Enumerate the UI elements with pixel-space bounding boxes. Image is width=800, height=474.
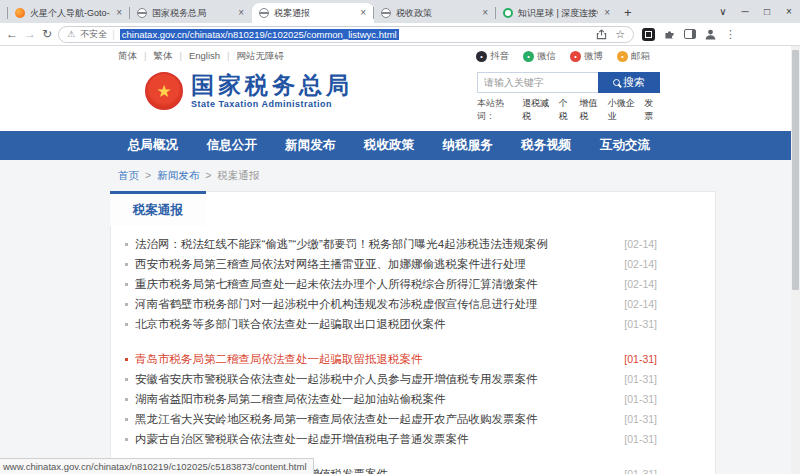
news-list-item[interactable]: 安徽省安庆市警税联合依法查处一起涉税中介人员参与虚开增值税专用发票案件 [01-… (125, 369, 657, 389)
browser-menu-icon[interactable]: ⋮ (725, 28, 736, 41)
tab-search-chevron-icon[interactable]: ∨ (712, 0, 734, 23)
tab-close-icon[interactable]: × (237, 8, 245, 18)
site-subtitle: State Taxation Administration (191, 99, 353, 109)
nav-item[interactable]: 新闻发布 (285, 137, 335, 154)
hot-word[interactable]: 个税 (559, 97, 575, 123)
news-title-link[interactable]: 安徽省安庆市警税联合依法查处一起涉税中介人员参与虚开增值税专用发票案件 (135, 372, 612, 387)
nav-item[interactable]: 互动交流 (600, 137, 650, 154)
bullet-icon (125, 438, 128, 441)
share-icon[interactable] (596, 29, 607, 40)
news-list-item[interactable]: 湖南省益阳市税务局第二稽查局依法查处一起加油站偷税案件 [01-31] (125, 389, 657, 409)
news-list-item[interactable]: 法治网：税法红线不能踩“偷逃”“少缴”都要罚！税务部门曝光4起涉税违法违规案例 … (125, 234, 657, 254)
new-tab-button[interactable]: + (624, 5, 632, 20)
news-date: [01-31] (624, 393, 657, 405)
breadcrumb-link[interactable]: 税案通报 (199, 169, 259, 183)
section-tab[interactable]: 税案通报 (110, 191, 206, 226)
browser-tab[interactable]: 税案通报 × (252, 3, 374, 23)
social-icon: • (523, 51, 534, 62)
tab-title: 国家税务总局 (152, 7, 232, 20)
news-list-item[interactable]: 北京市税务等多部门联合依法查处一起骗取出口退税团伙案件 [01-31] (125, 314, 657, 334)
reload-button[interactable]: ↻ (42, 28, 52, 40)
news-list-item[interactable]: 青岛市税务局第二稽查局依法查处一起骗取留抵退税案件 [01-31] (125, 349, 657, 369)
window-controls: ∨ ─ □ × (712, 0, 800, 23)
news-date: [01-31] (624, 468, 657, 474)
tab-close-icon[interactable]: × (359, 8, 367, 18)
social-link[interactable]: • 邮箱 (617, 50, 650, 63)
language-link[interactable]: 网站无障碍 (220, 50, 284, 63)
breadcrumb-link[interactable]: 新闻发布 (139, 169, 199, 183)
not-secure-warning-icon: ⚠ (67, 29, 75, 39)
news-list-item[interactable]: 黑龙江省大兴安岭地区税务局第一稽查局依法查处一起虚开农产品收购发票案件 [01-… (125, 409, 657, 429)
hot-word[interactable]: 退税减税 (522, 97, 553, 123)
news-list-item[interactable]: 重庆市税务局第七稽查局查处一起未依法办理个人所得税综合所得汇算清缴案件 [02-… (125, 274, 657, 294)
browser-tab[interactable]: 国家税务总局 × (130, 3, 252, 23)
browser-tab[interactable]: 火星个人导航-Goto-mars.com × (8, 3, 130, 23)
nav-item[interactable]: 信息公开 (207, 137, 257, 154)
page-scrollbar[interactable] (791, 46, 800, 474)
news-list-item[interactable]: 西安市税务局第三稽查局依法对网络主播雷亚亚、加娜娜偷逃税案件进行处理 [02-1… (125, 254, 657, 274)
tab-close-icon[interactable]: × (115, 8, 123, 18)
news-title-link[interactable]: 河南省鹤壁市税务部门对一起涉税中介机构违规发布涉税虚假宣传信息进行处理 (135, 297, 612, 312)
news-title-link[interactable]: 重庆市税务局第七稽查局查处一起未依法办理个人所得税综合所得汇算清缴案件 (135, 277, 612, 292)
social-label: 邮箱 (631, 50, 650, 63)
news-list-item[interactable]: 河南省鹤壁市税务部门对一起涉税中介机构违规发布涉税虚假宣传信息进行处理 [02-… (125, 294, 657, 314)
hot-word[interactable]: 发票 (644, 97, 660, 123)
social-label: 微博 (584, 50, 603, 63)
back-button[interactable]: ← (6, 28, 18, 40)
news-list-item[interactable]: 内蒙古自治区警税联合依法查处一起虚开增值税电子普通发票案件 [01-31] (125, 429, 657, 449)
tab-favicon-icon (381, 8, 391, 18)
bullet-icon (125, 243, 128, 246)
search-input[interactable] (477, 72, 598, 93)
site-title: 国家税务总局 (191, 73, 353, 98)
news-title-link[interactable]: 西安市税务局第三稽查局依法对网络主播雷亚亚、加娜娜偷逃税案件进行处理 (135, 257, 612, 272)
tab-close-icon[interactable]: × (481, 8, 489, 18)
bullet-icon (125, 418, 128, 421)
nav-item[interactable]: 税收政策 (364, 137, 414, 154)
bullet-icon (125, 323, 128, 326)
site-logo[interactable]: ★ 国家税务总局 State Taxation Administration (145, 72, 353, 110)
omnibox-actions: ☆ (596, 28, 625, 41)
social-link[interactable]: • 微信 (523, 50, 556, 63)
extension-dark-icon[interactable] (642, 28, 655, 41)
news-title-link[interactable]: 湖南省益阳市税务局第二稽查局依法查处一起加油站偷税案件 (135, 392, 612, 407)
minimize-button[interactable]: ─ (734, 0, 756, 23)
tab-title: 税案通报 (274, 7, 354, 20)
breadcrumb-link[interactable]: 首页 (118, 169, 139, 183)
hot-word[interactable]: 增值税 (579, 97, 603, 123)
hot-word[interactable]: 小微企业 (608, 97, 639, 123)
nav-item[interactable]: 税务视频 (521, 137, 571, 154)
search-button[interactable]: 搜索 (598, 72, 660, 93)
address-bar[interactable]: ⚠ 不安全 | chinatax.gov.cn/chinatax/n810219… (58, 26, 634, 43)
news-title-link[interactable]: 青岛市税务局第二稽查局依法查处一起骗取留抵退税案件 (135, 352, 612, 367)
tab-close-icon[interactable]: × (603, 8, 611, 18)
browser-tab[interactable]: 知识星球 | 深度连接铁杆粉丝... × (496, 3, 618, 23)
scrollbar-thumb[interactable] (792, 50, 799, 290)
maximize-button[interactable]: □ (756, 0, 778, 23)
news-title-link[interactable]: 黑龙江省大兴安岭地区税务局第一稽查局依法查处一起虚开农产品收购发票案件 (135, 412, 612, 427)
language-links: 简体繁体English网站无障碍 (118, 50, 284, 63)
news-title-link[interactable]: 北京市税务等多部门联合依法查处一起骗取出口退税团伙案件 (135, 317, 612, 332)
tab-favicon-icon (137, 8, 147, 18)
profile-icon[interactable] (704, 28, 717, 41)
tab-favicon-icon (259, 8, 269, 18)
social-link[interactable]: • 抖音 (476, 50, 509, 63)
side-panel-icon[interactable] (684, 29, 696, 39)
close-button[interactable]: × (778, 0, 800, 23)
browser-tab[interactable]: 税收政策 × (374, 3, 496, 23)
tab-favicon-icon (15, 8, 25, 18)
language-link[interactable]: 简体 (118, 50, 137, 63)
social-link[interactable]: • 微博 (570, 50, 603, 63)
language-link[interactable]: English (172, 50, 220, 63)
news-date: [01-31] (624, 433, 657, 445)
news-title-link[interactable]: 法治网：税法红线不能踩“偷逃”“少缴”都要罚！税务部门曝光4起涉税违法违规案例 (135, 237, 612, 252)
nav-item[interactable]: 纳税服务 (443, 137, 493, 154)
forward-button[interactable]: → (24, 28, 36, 40)
tab-title: 知识星球 | 深度连接铁杆粉丝... (518, 7, 598, 20)
url-text[interactable]: chinatax.gov.cn/chinatax/n810219/c102025… (120, 29, 399, 40)
bookmark-star-icon[interactable]: ☆ (615, 28, 625, 41)
nav-item[interactable]: 总局概况 (128, 137, 178, 154)
language-link[interactable]: 繁体 (137, 50, 172, 63)
social-label: 抖音 (490, 50, 509, 63)
extensions-puzzle-icon[interactable] (663, 28, 676, 41)
news-title-link[interactable]: 内蒙古自治区警税联合依法查处一起虚开增值税电子普通发票案件 (135, 432, 612, 447)
